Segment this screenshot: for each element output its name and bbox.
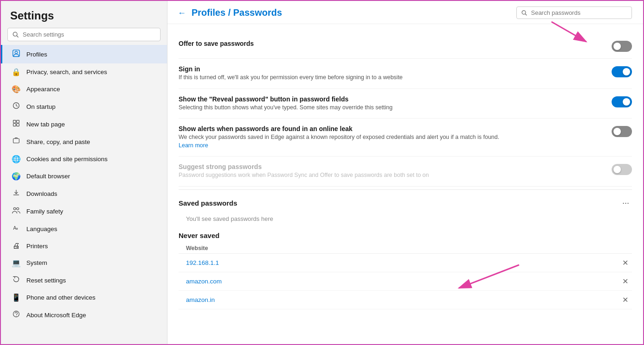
setting-title-sign-in: Sign in	[179, 65, 593, 73]
sidebar-item-label-about: About Microsoft Edge	[26, 312, 86, 319]
newtab-icon	[12, 119, 21, 129]
setting-online-leak: Show alerts when passwords are found in …	[179, 119, 632, 157]
svg-point-3	[15, 51, 17, 54]
sidebar-item-label-downloads: Downloads	[26, 190, 57, 197]
toggle-suggest	[612, 164, 632, 175]
setting-title-leak: Show alerts when passwords are found in …	[179, 125, 593, 132]
svg-rect-5	[13, 120, 16, 123]
setting-sign-in: Sign in If this is turned off, we'll ask…	[179, 59, 632, 89]
sidebar-item-label-appearance: Appearance	[26, 86, 60, 93]
sidebar-item-system[interactable]: 💻 System	[1, 254, 167, 271]
appearance-icon: 🎨	[12, 85, 21, 94]
cookies-icon: 🌐	[12, 155, 21, 163]
back-button[interactable]: ←	[175, 8, 189, 18]
reset-icon	[12, 276, 21, 285]
setting-label-suggest: Suggest strong passwords Password sugges…	[179, 163, 612, 180]
sidebar-item-share[interactable]: Share, copy, and paste	[1, 133, 167, 151]
nav-list: Profiles 🔒 Privacy, search, and services…	[1, 45, 167, 324]
downloads-icon	[12, 189, 21, 198]
sidebar-item-profiles[interactable]: Profiles	[1, 45, 167, 63]
never-saved-remove-0[interactable]: ✕	[619, 257, 632, 268]
sidebar-item-privacy[interactable]: 🔒 Privacy, search, and services	[1, 63, 167, 81]
sidebar-item-reset[interactable]: Reset settings	[1, 271, 167, 289]
learn-more-link[interactable]: Learn more	[179, 142, 208, 149]
toggle-reveal[interactable]	[612, 96, 632, 107]
search-passwords-icon	[521, 10, 527, 16]
printers-icon: 🖨	[12, 242, 21, 250]
search-passwords-container[interactable]	[516, 6, 632, 19]
saved-passwords-more-button[interactable]: ···	[619, 197, 632, 209]
sidebar-item-default-browser[interactable]: 🌍 Default browser	[1, 168, 167, 185]
setting-reveal-button: Show the "Reveal password" button in pas…	[179, 89, 632, 119]
never-saved-url-1[interactable]: amazon.com	[186, 278, 222, 285]
setting-desc-leak: We check your passwords saved in Edge ag…	[179, 133, 593, 150]
profiles-icon	[12, 49, 21, 59]
toggle-track-offer-save	[612, 41, 632, 52]
setting-offer-save: Offer to save passwords	[179, 33, 632, 59]
saved-passwords-empty: You'll see saved passwords here	[179, 212, 632, 228]
setting-title-suggest: Suggest strong passwords	[179, 163, 593, 170]
saved-passwords-section-header: Saved passwords ···	[179, 189, 632, 212]
sidebar-item-languages[interactable]: Aa Languages	[1, 220, 167, 238]
sidebar-item-startup[interactable]: On startup	[1, 98, 167, 115]
toggle-track-suggest	[612, 164, 632, 175]
never-saved-title: Never saved	[179, 232, 632, 239]
never-saved-remove-2[interactable]: ✕	[619, 295, 632, 305]
setting-desc-leak-text: We check your passwords saved in Edge ag…	[179, 134, 499, 140]
breadcrumb: ← Profiles / Passwords	[175, 7, 282, 18]
never-saved-url-2[interactable]: amazon.in	[186, 296, 215, 303]
content-area: Offer to save passwords Sign in If this …	[167, 24, 643, 344]
main-content: ← Profiles / Passwords Offer to save pas…	[167, 1, 643, 344]
setting-desc-sign-in: If this is turned off, we'll ask you for…	[179, 74, 593, 82]
sidebar-item-label-cookies: Cookies and site permissions	[26, 156, 108, 163]
never-saved-remove-1[interactable]: ✕	[619, 276, 632, 287]
share-icon	[12, 137, 21, 146]
sidebar-item-appearance[interactable]: 🎨 Appearance	[1, 81, 167, 98]
phone-icon: 📱	[12, 293, 21, 302]
toggle-thumb-leak	[613, 128, 621, 135]
search-settings-input[interactable]	[23, 31, 155, 38]
toggle-sign-in[interactable]	[612, 66, 632, 77]
sidebar-item-phone[interactable]: 📱 Phone and other devices	[1, 289, 167, 306]
search-passwords-input[interactable]	[531, 9, 627, 16]
setting-label-offer-save: Offer to save passwords	[179, 40, 612, 48]
sidebar: Settings Profiles 🔒 Privacy, search, and…	[1, 1, 167, 344]
sidebar-item-printers[interactable]: 🖨 Printers	[1, 238, 167, 254]
main-header: ← Profiles / Passwords	[167, 1, 643, 24]
search-settings-container[interactable]	[7, 28, 161, 41]
sidebar-item-label-languages: Languages	[26, 226, 57, 232]
sidebar-item-label-profiles: Profiles	[26, 51, 47, 58]
svg-point-15	[16, 316, 16, 316]
sidebar-item-label-newtab: New tab page	[26, 121, 65, 128]
toggle-leak[interactable]	[612, 126, 632, 137]
svg-point-10	[13, 207, 16, 210]
never-saved-section: Never saved Website 192.168.1.1 ✕ amazon…	[179, 232, 632, 309]
svg-line-17	[525, 13, 526, 15]
setting-title-reveal: Show the "Reveal password" button in pas…	[179, 95, 593, 103]
setting-label-leak: Show alerts when passwords are found in …	[179, 125, 612, 150]
default-browser-icon: 🌍	[12, 172, 21, 181]
sidebar-item-label-default-browser: Default browser	[26, 173, 70, 180]
sidebar-item-label-share: Share, copy, and paste	[26, 138, 90, 145]
never-saved-url-0[interactable]: 192.168.1.1	[186, 259, 219, 266]
sidebar-item-newtab[interactable]: New tab page	[1, 115, 167, 133]
sidebar-item-family[interactable]: Family safety	[1, 202, 167, 220]
sidebar-title: Settings	[1, 1, 167, 28]
toggle-offer-save[interactable]	[612, 41, 632, 52]
table-row: amazon.in ✕	[179, 291, 632, 309]
setting-desc-suggest: Password suggestions work when Password …	[179, 171, 593, 180]
breadcrumb-text: Profiles / Passwords	[192, 7, 282, 18]
svg-text:a: a	[16, 226, 18, 231]
toggle-thumb-offer-save	[613, 43, 621, 50]
sidebar-item-label-phone: Phone and other devices	[26, 294, 95, 301]
sidebar-item-cookies[interactable]: 🌐 Cookies and site permissions	[1, 151, 167, 168]
sidebar-item-about[interactable]: About Microsoft Edge	[1, 306, 167, 324]
privacy-icon: 🔒	[12, 68, 21, 76]
svg-rect-8	[17, 124, 19, 126]
sidebar-item-downloads[interactable]: Downloads	[1, 185, 167, 202]
family-icon	[12, 207, 21, 216]
svg-rect-9	[13, 138, 19, 143]
sidebar-item-label-privacy: Privacy, search, and services	[26, 69, 107, 75]
search-icon	[12, 31, 19, 38]
table-row: 192.168.1.1 ✕	[179, 254, 632, 272]
